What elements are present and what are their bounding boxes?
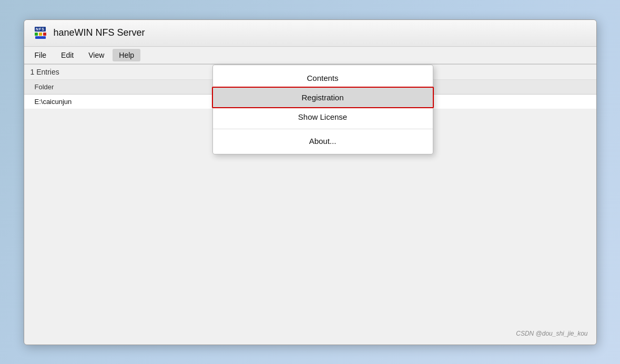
icon-dot-red xyxy=(43,33,46,36)
menu-view[interactable]: View xyxy=(82,49,110,61)
menu-edit[interactable]: Edit xyxy=(55,49,80,61)
watermark: CSDN @dou_shi_jie_kou xyxy=(516,330,587,337)
entries-label: 1 Entries xyxy=(31,68,59,76)
menu-item-registration[interactable]: Registration xyxy=(213,88,433,107)
title-bar: NFS haneWIN NFS Server xyxy=(24,20,596,47)
icon-dot-green xyxy=(35,33,38,36)
icon-base xyxy=(35,36,46,39)
menu-bar: File Edit View Help xyxy=(24,47,596,64)
menu-separator xyxy=(213,129,433,129)
help-dropdown-menu: Contents Registration Show License About… xyxy=(212,65,433,154)
menu-file[interactable]: File xyxy=(28,49,53,61)
nfs-badge: NFS xyxy=(35,27,46,32)
window-title: haneWIN NFS Server xyxy=(54,27,145,38)
menu-item-contents[interactable]: Contents xyxy=(213,68,433,88)
icon-dot-yellow xyxy=(39,33,42,36)
column-folder: Folder xyxy=(31,82,109,92)
cell-folder: E:\caicunjun xyxy=(31,97,109,107)
main-window: NFS haneWIN NFS Server File Edit View He… xyxy=(24,19,597,345)
menu-item-show-license[interactable]: Show License xyxy=(213,107,433,127)
icon-dots xyxy=(35,33,46,36)
menu-help[interactable]: Help xyxy=(113,49,140,61)
menu-item-about[interactable]: About... xyxy=(213,131,433,151)
app-icon: NFS xyxy=(33,26,48,40)
